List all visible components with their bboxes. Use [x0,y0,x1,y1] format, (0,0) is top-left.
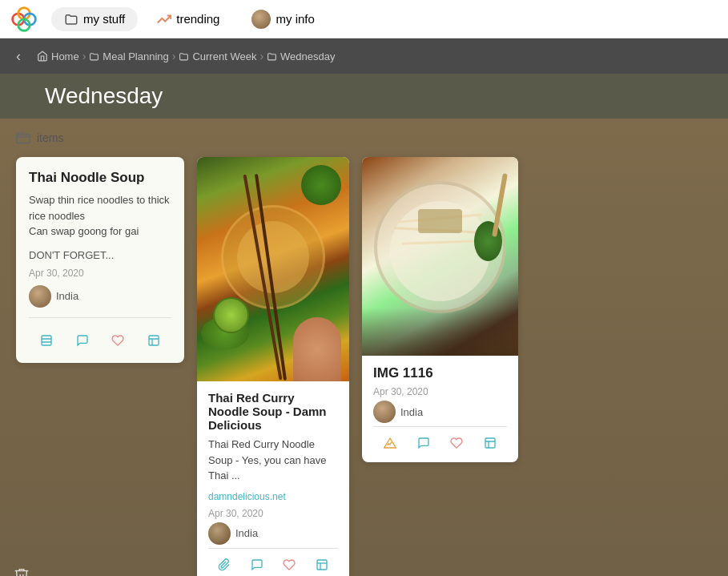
card-2-image [197,157,349,381]
card-1-title: Thai Noodle Soup [29,170,171,186]
breadcrumb-current-week[interactable]: Current Week [179,50,256,62]
card-2-comment-icon[interactable] [247,555,267,574]
card-3-comment-icon[interactable] [414,433,433,453]
breadcrumb-wednesday[interactable]: Wednesday [267,50,335,62]
card-1-heart-icon[interactable] [108,331,127,350]
folder-cw-icon [179,51,189,62]
folder-wed-icon [267,51,277,62]
card-3-actions [373,430,507,453]
card-3-author: India [373,401,507,423]
breadcrumb-sep-2: › [172,50,176,62]
card-1-actions [29,328,171,350]
page-title: Wednesday [45,83,163,109]
tab-my-info-label: my info [276,12,314,26]
card-2-heart-icon[interactable] [280,555,299,574]
svg-marker-14 [384,438,396,448]
card-3-author-name: India [400,406,423,418]
card-2-author: India [208,522,338,545]
breadcrumb-meal-planning[interactable]: Meal Planning [89,50,168,62]
breadcrumb-home[interactable]: Home [37,50,79,62]
card-2-author-name: India [235,527,258,539]
card-3-avatar [373,401,396,423]
page-title-bar: menu Wednesday [0,74,728,119]
card-3-date: Apr 30, 2020 [373,386,507,397]
card-1-forget: DON'T FORGET... [29,249,171,261]
items-header: items [16,131,712,144]
card-1-avatar [29,285,51,308]
tab-trending[interactable]: trending [144,7,232,31]
card-1-body: Swap thin rice noodles to thick rice noo… [29,192,171,240]
folder-icon [64,12,78,26]
folder-bc-icon [89,51,99,62]
card-thai-noodle-soup: Thai Noodle Soup Swap thin rice noodles … [16,157,184,363]
back-button[interactable]: ‹ [10,45,27,68]
card-2-list-icon[interactable] [312,555,332,574]
card-2-title: Thai Red Curry Noodle Soup - Damn Delici… [208,391,338,432]
card-2-avatar [208,522,231,545]
card-2-date: Apr 30, 2020 [208,508,338,519]
tab-trending-label: trending [176,12,219,26]
breadcrumb-sep-3: › [259,50,263,62]
card-1-date: Apr 30, 2020 [29,268,171,279]
cards-container: Thai Noodle Soup Swap thin rice noodles … [16,157,712,576]
card-1-author-name: India [56,290,78,302]
card-3-title: IMG 1116 [373,365,507,381]
breadcrumb-current-week-label: Current Week [192,50,256,62]
my-info-avatar [251,10,271,29]
app-logo[interactable] [10,5,38,34]
home-icon [37,50,48,62]
breadcrumb-home-label: Home [51,50,79,62]
breadcrumb-bar: ‹ Home › Meal Planning › Current Week › … [0,38,728,74]
card-3-list-icon[interactable] [481,433,500,453]
card-1-note-icon[interactable] [37,331,56,350]
breadcrumb-sep-1: › [82,50,86,62]
items-folder-icon [16,132,30,144]
card-img-1116: IMG 1116 Apr 30, 2020 India [362,157,518,462]
card-3-heart-icon[interactable] [447,433,466,453]
card-2-content: Thai Red Curry Noodle Soup - Damn Delici… [197,381,349,576]
card-2-clip-icon[interactable] [215,555,234,574]
breadcrumb-meal-planning-label: Meal Planning [103,50,168,62]
card-thai-red-curry: Thai Red Curry Noodle Soup - Damn Delici… [197,157,349,576]
card-3-image [362,157,518,356]
svg-rect-11 [317,560,327,570]
card-1-author: India [29,285,171,308]
tab-my-info[interactable]: my info [239,5,327,34]
trending-icon [157,12,171,26]
card-3-mountain-icon[interactable] [380,433,400,453]
card-3-divider [373,426,507,427]
card-2-actions [208,552,338,574]
card-1-divider [29,317,171,318]
svg-rect-15 [485,438,495,448]
card-2-link[interactable]: damndelicious.net [208,491,286,502]
items-label: items [37,131,63,144]
main-content: items Thai Noodle Soup Swap thin rice no… [0,119,728,576]
card-1-list-icon[interactable] [144,331,163,350]
breadcrumb-wednesday-label: Wednesday [280,50,335,62]
tab-my-stuff-label: my stuff [83,12,125,26]
trash-button[interactable] [13,566,30,577]
card-2-body: Thai Red Curry Noodle Soup - Yes, you ca… [208,437,338,484]
svg-rect-5 [42,336,51,345]
card-3-content: IMG 1116 Apr 30, 2020 India [362,356,518,462]
top-nav: my stuff trending my info [0,0,728,38]
svg-rect-8 [149,336,159,345]
card-2-divider [208,548,338,549]
svg-rect-4 [17,135,30,143]
tab-my-stuff[interactable]: my stuff [51,7,138,31]
card-1-comment-icon[interactable] [73,331,92,350]
